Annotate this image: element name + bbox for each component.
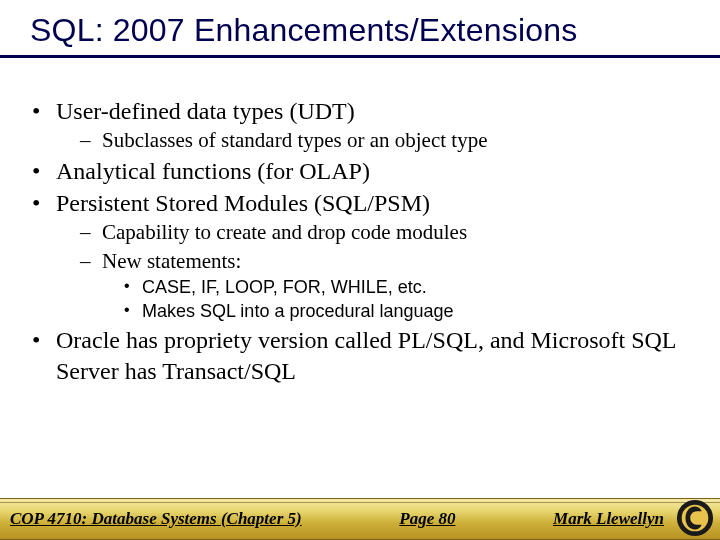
sub-bullet-list: Capability to create and drop code modul… [56,219,696,323]
sub-bullet-item: New statements: CASE, IF, LOOP, FOR, WHI… [74,248,696,323]
title-area: SQL: 2007 Enhancements/Extensions [0,0,720,58]
sub-sub-bullet-list: CASE, IF, LOOP, FOR, WHILE, etc. Makes S… [102,275,696,324]
sub-sub-bullet-text: CASE, IF, LOOP, FOR, WHILE, etc. [142,277,427,297]
slide-content: User-defined data types (UDT) Subclasses… [0,58,720,498]
bullet-text: Oracle has propriety version called PL/S… [56,327,676,384]
bullet-item: Persistent Stored Modules (SQL/PSM) Capa… [24,188,696,323]
slide: SQL: 2007 Enhancements/Extensions User-d… [0,0,720,540]
sub-sub-bullet-item: CASE, IF, LOOP, FOR, WHILE, etc. [120,275,696,299]
bullet-item: Oracle has propriety version called PL/S… [24,325,696,386]
footer-course: COP 4710: Database Systems (Chapter 5) [10,509,302,529]
sub-bullet-item: Subclasses of standard types or an objec… [74,127,696,154]
bullet-item: User-defined data types (UDT) Subclasses… [24,96,696,154]
bullet-item: Analytical functions (for OLAP) [24,156,696,187]
sub-bullet-text: New statements: [102,249,241,273]
footer-divider [0,502,720,503]
bullet-list: User-defined data types (UDT) Subclasses… [24,96,696,387]
bullet-text: Persistent Stored Modules (SQL/PSM) [56,190,430,216]
sub-sub-bullet-item: Makes SQL into a procedural language [120,299,696,323]
bullet-text: Analytical functions (for OLAP) [56,158,370,184]
footer-page: Page 80 [302,509,553,529]
sub-bullet-list: Subclasses of standard types or an objec… [56,127,696,154]
sub-bullet-text: Subclasses of standard types or an objec… [102,128,488,152]
slide-title: SQL: 2007 Enhancements/Extensions [30,12,690,49]
logo-icon [676,499,714,537]
footer: COP 4710: Database Systems (Chapter 5) P… [0,498,720,540]
sub-bullet-item: Capability to create and drop code modul… [74,219,696,246]
bullet-text: User-defined data types (UDT) [56,98,355,124]
sub-sub-bullet-text: Makes SQL into a procedural language [142,301,454,321]
sub-bullet-text: Capability to create and drop code modul… [102,220,467,244]
